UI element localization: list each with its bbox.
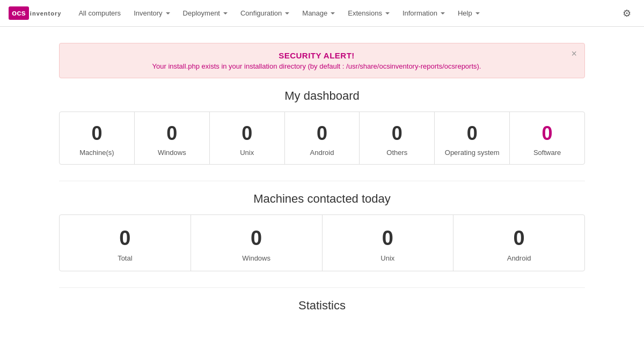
machines-unix[interactable]: 0 Unix bbox=[323, 215, 454, 271]
extensions-caret-icon bbox=[385, 12, 390, 14]
statistics-title: Statistics bbox=[59, 299, 585, 313]
nav-help[interactable]: Help bbox=[451, 0, 486, 27]
stat-os[interactable]: 0 Operating system bbox=[435, 112, 510, 164]
information-caret-icon bbox=[441, 12, 445, 14]
stat-unix-label: Unix bbox=[215, 149, 279, 157]
machines-android-value: 0 bbox=[459, 227, 579, 250]
stat-software[interactable]: 0 Software bbox=[510, 112, 584, 164]
nav-manage[interactable]: Manage bbox=[296, 0, 341, 27]
stat-machines-value: 0 bbox=[65, 123, 129, 144]
nav-information[interactable]: Information bbox=[396, 0, 451, 27]
alert-message: Your install.php exists in your installa… bbox=[70, 62, 563, 70]
machines-windows-label: Windows bbox=[196, 254, 317, 262]
stat-unix[interactable]: 0 Unix bbox=[210, 112, 285, 164]
stat-os-value: 0 bbox=[440, 123, 504, 144]
machines-android[interactable]: 0 Android bbox=[453, 215, 584, 271]
machines-total-value: 0 bbox=[65, 227, 185, 250]
machines-unix-value: 0 bbox=[328, 227, 448, 250]
nav-deployment[interactable]: Deployment bbox=[177, 0, 234, 27]
dashboard-stats-grid: 0 Machine(s) 0 Windows 0 Unix 0 Android … bbox=[59, 112, 585, 165]
configuration-caret-icon bbox=[285, 12, 289, 14]
deployment-caret-icon bbox=[223, 12, 228, 14]
stat-software-value: 0 bbox=[515, 123, 579, 144]
alert-title: SECURITY ALERT! bbox=[70, 51, 563, 60]
gear-icon: ⚙ bbox=[623, 8, 631, 19]
logo-ocs-text: ocs bbox=[12, 9, 26, 18]
machines-today-grid: 0 Total 0 Windows 0 Unix 0 Android bbox=[59, 214, 585, 271]
stat-windows-value: 0 bbox=[140, 123, 204, 144]
stat-android[interactable]: 0 Android bbox=[285, 112, 360, 164]
manage-caret-icon bbox=[331, 12, 335, 14]
divider-2 bbox=[59, 287, 585, 288]
inventory-caret-icon bbox=[166, 12, 170, 14]
stat-machines-label: Machine(s) bbox=[65, 149, 129, 157]
nav-links: All computers Inventory Deployment Confi… bbox=[72, 0, 618, 27]
machines-total-label: Total bbox=[65, 254, 185, 262]
stat-windows[interactable]: 0 Windows bbox=[135, 112, 210, 164]
dashboard-title: My dashboard bbox=[59, 89, 585, 103]
stat-android-value: 0 bbox=[290, 123, 354, 144]
machines-total[interactable]: 0 Total bbox=[60, 215, 191, 271]
machines-unix-label: Unix bbox=[328, 254, 448, 262]
nav-configuration[interactable]: Configuration bbox=[234, 0, 296, 27]
machines-android-label: Android bbox=[459, 254, 579, 262]
nav-extensions[interactable]: Extensions bbox=[341, 0, 396, 27]
settings-button[interactable]: ⚙ bbox=[618, 3, 635, 24]
stat-windows-label: Windows bbox=[140, 149, 204, 157]
stat-software-label: Software bbox=[515, 149, 579, 157]
divider-1 bbox=[59, 181, 585, 181]
nav-all-computers[interactable]: All computers bbox=[72, 0, 127, 27]
help-caret-icon bbox=[475, 12, 480, 14]
machines-today-title: Machines contacted today bbox=[59, 192, 585, 206]
machines-windows[interactable]: 0 Windows bbox=[191, 215, 323, 271]
navbar: ocs inventory All computers Inventory De… bbox=[0, 0, 644, 27]
brand-logo[interactable]: ocs inventory bbox=[9, 6, 61, 20]
main-content: SECURITY ALERT! Your install.php exists … bbox=[59, 27, 585, 337]
stat-others-label: Others bbox=[365, 149, 429, 157]
machines-windows-value: 0 bbox=[196, 227, 317, 250]
logo-box: ocs bbox=[9, 6, 29, 20]
stat-machines[interactable]: 0 Machine(s) bbox=[60, 112, 135, 164]
stat-unix-value: 0 bbox=[215, 123, 279, 144]
logo-inventory-text: inventory bbox=[30, 10, 62, 17]
stat-others-value: 0 bbox=[365, 123, 429, 144]
alert-close-button[interactable]: × bbox=[571, 49, 577, 58]
stat-android-label: Android bbox=[290, 149, 354, 157]
stat-os-label: Operating system bbox=[440, 149, 504, 157]
security-alert: SECURITY ALERT! Your install.php exists … bbox=[59, 43, 585, 78]
stat-others[interactable]: 0 Others bbox=[360, 112, 435, 164]
nav-inventory[interactable]: Inventory bbox=[127, 0, 176, 27]
